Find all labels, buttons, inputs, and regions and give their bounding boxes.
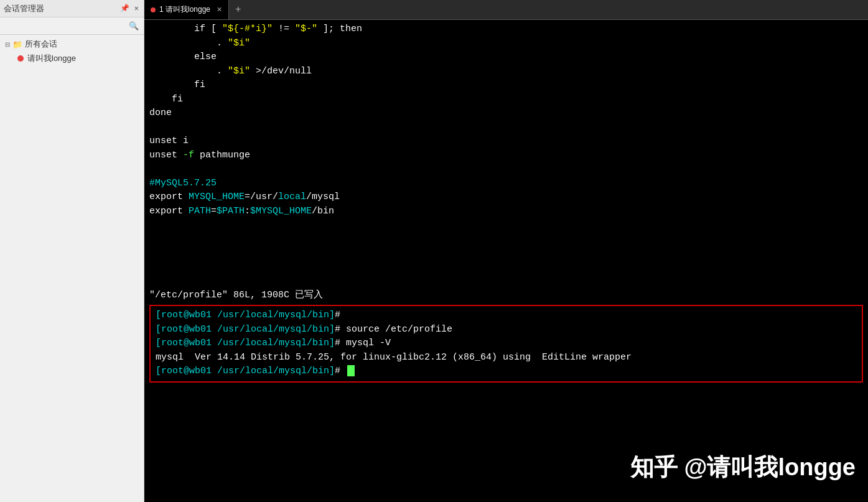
search-icon[interactable]: 🔍	[128, 21, 140, 31]
terminal-line: #MySQL5.7.25	[149, 177, 863, 191]
pin-icon[interactable]: 📌	[119, 4, 131, 13]
main-terminal-area: 1 请叫我longge ✕ + if [ "${-#*i}" != "$-" ]…	[144, 0, 868, 502]
sidebar-title-icons: 📌 ✕	[119, 4, 140, 13]
terminal-output[interactable]: if [ "${-#*i}" != "$-" ]; then . "$i" el…	[144, 20, 868, 502]
sidebar-title-bar: 会话管理器 📌 ✕	[0, 0, 144, 17]
terminal-highlighted-lines: [root@wb01 /usr/local/mysql/bin]#[root@w…	[156, 309, 857, 379]
watermark: 知乎 @请叫我longge	[630, 452, 856, 483]
terminal-line: "/etc/profile" 86L, 1908C 已写入	[149, 289, 863, 303]
terminal-line	[149, 162, 863, 177]
tab-1-longge[interactable]: 1 请叫我longge ✕	[144, 0, 229, 19]
terminal-line	[149, 274, 863, 289]
terminal-line: if [ "${-#*i}" != "$-" ]; then	[149, 22, 863, 37]
cursor-block	[347, 365, 355, 376]
expand-icon: ⊟	[5, 41, 10, 48]
terminal-line: done	[149, 106, 863, 121]
tab-label: 1 请叫我longge	[159, 4, 210, 15]
terminal-line: unset -f pathmunge	[149, 149, 863, 163]
tree-group-all-sessions: ⊟ 📁 所有会话	[0, 37, 144, 51]
terminal-line: fi	[149, 93, 863, 107]
sidebar-item-label: 请叫我longge	[27, 53, 76, 64]
terminal-line: . "$i"	[149, 37, 863, 51]
terminal-line	[149, 218, 863, 233]
sidebar-tree: ⊟ 📁 所有会话 请叫我longge	[0, 35, 144, 68]
tree-group-label: 所有会话	[25, 39, 57, 50]
terminal-line: [root@wb01 /usr/local/mysql/bin]#	[156, 309, 857, 323]
terminal-line: else	[149, 50, 863, 65]
tab-dot	[151, 7, 156, 12]
close-sidebar-icon[interactable]: ✕	[133, 4, 140, 13]
tab-add-button[interactable]: +	[229, 4, 248, 16]
sidebar-title: 会话管理器	[4, 3, 44, 14]
folder-icon: 📁	[12, 40, 22, 49]
terminal-line: unset i	[149, 134, 863, 149]
terminal-highlight-box: [root@wb01 /usr/local/mysql/bin]#[root@w…	[149, 305, 863, 383]
search-input[interactable]	[4, 22, 126, 30]
tab-close-icon[interactable]: ✕	[217, 6, 222, 14]
terminal-line: [root@wb01 /usr/local/mysql/bin]# source…	[156, 323, 857, 337]
sidebar-search: 🔍	[0, 17, 144, 35]
sidebar: 会话管理器 📌 ✕ 🔍 ⊟ 📁 所有会话 请叫我longge	[0, 0, 144, 502]
terminal-line	[149, 261, 863, 275]
terminal-line: . "$i" >/dev/null	[149, 65, 863, 79]
session-status-dot	[17, 55, 24, 62]
terminal-line: export PATH=$PATH:$MYSQL_HOME/bin	[149, 205, 863, 219]
terminal-top-lines: if [ "${-#*i}" != "$-" ]; then . "$i" el…	[149, 22, 863, 302]
terminal-line: [root@wb01 /usr/local/mysql/bin]#	[156, 365, 857, 379]
terminal-line	[149, 233, 863, 247]
tab-bar: 1 请叫我longge ✕ +	[144, 0, 868, 20]
terminal-line: mysql Ver 14.14 Distrib 5.7.25, for linu…	[156, 351, 857, 365]
terminal-line	[149, 121, 863, 135]
terminal-line	[149, 246, 863, 261]
terminal-line: [root@wb01 /usr/local/mysql/bin]# mysql …	[156, 337, 857, 351]
sidebar-item-longge[interactable]: 请叫我longge	[0, 51, 144, 66]
terminal-line: export MYSQL_HOME=/usr/local/mysql	[149, 190, 863, 205]
terminal-line: fi	[149, 78, 863, 93]
